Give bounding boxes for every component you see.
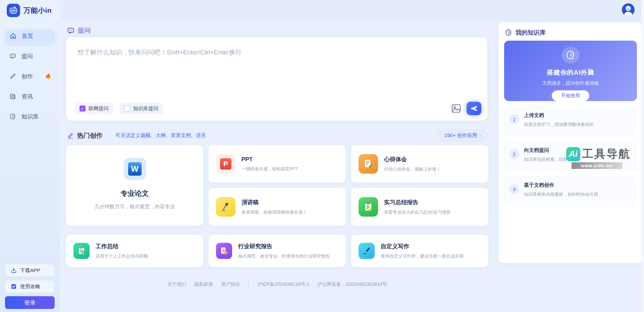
send-button[interactable] bbox=[467, 102, 481, 115]
hot-flame-icon bbox=[46, 73, 51, 79]
scrollbar-thumb[interactable] bbox=[642, 1, 644, 79]
home-icon bbox=[10, 33, 16, 39]
pen-icon bbox=[359, 243, 375, 259]
experience-doc-leaf-icon bbox=[359, 154, 378, 174]
more-apps-button[interactable]: 150+ 创作应用 › bbox=[438, 130, 488, 141]
clipboard-icon bbox=[359, 197, 378, 217]
step-upload-docs: 1 上传文档 深度文档学习，阅读整理翻译更轻松 bbox=[504, 106, 637, 136]
card-ppt[interactable]: P PPT 一键快速生成，轻松搞定PPT bbox=[208, 145, 346, 183]
card-title: 工作总结 bbox=[96, 242, 148, 250]
brain-head-icon bbox=[9, 113, 16, 120]
robot-logo-icon bbox=[7, 4, 20, 17]
card-internship-report[interactable]: 实习总结报告 全面专业深入的实习总结/实习报告 bbox=[351, 188, 489, 226]
step-desc: 深度文档学习，阅读整理翻译更轻松 bbox=[524, 122, 594, 128]
doc-coin-icon: ¥ bbox=[216, 243, 232, 259]
web-search-checkbox[interactable]: ✓ 联网提问 bbox=[75, 103, 113, 114]
hot-creation-subtitle: 可灵活定义篇幅、大纲、背景文档、语言 bbox=[111, 131, 210, 140]
step-number: 1 bbox=[509, 114, 519, 124]
card-desc: 适用于个人工作总结与回顾 bbox=[96, 253, 148, 259]
brain-circle-icon bbox=[561, 47, 580, 63]
step-desc: 知识库相关内容素材，创作时自动引用 bbox=[524, 191, 598, 197]
send-plane-icon bbox=[470, 105, 478, 112]
footer-link-privacy[interactable]: 隐私政策 bbox=[194, 281, 213, 287]
sidebar-item-create[interactable]: 创作 bbox=[5, 69, 55, 84]
sidebar-item-home[interactable]: 首页 bbox=[5, 29, 55, 43]
ask-chat-icon bbox=[67, 27, 74, 34]
kb-search-checkbox[interactable]: 知识库提问 bbox=[119, 103, 163, 114]
card-title: 行业研究报告 bbox=[238, 242, 330, 250]
card-title: 实习总结报告 bbox=[384, 198, 451, 206]
step-title: 上传文档 bbox=[524, 112, 594, 119]
sidebar-item-label: 首页 bbox=[22, 32, 33, 40]
sidebar-nav: 首页 提问 创作 bbox=[0, 29, 60, 124]
ppt-icon: P bbox=[216, 154, 235, 174]
more-apps-label: 150+ 创作应用 bbox=[444, 132, 477, 139]
sidebar-item-label: 知识库 bbox=[21, 113, 39, 121]
card-work-summary[interactable]: 工作总结 适用于个人工作总结与回顾 bbox=[66, 234, 204, 267]
checkbox-unchecked-icon bbox=[124, 105, 130, 112]
card-desc: 一键快速生成，轻松搞定PPT bbox=[241, 166, 298, 172]
sidebar-item-label: 提问 bbox=[21, 52, 33, 60]
download-icon bbox=[11, 267, 17, 273]
card-desc: 任何心得体会，都能上价值！ bbox=[384, 166, 441, 172]
guide-button[interactable]: 使用攻略 bbox=[5, 280, 55, 293]
sidebar-item-label: 资讯 bbox=[21, 93, 33, 100]
upload-image-button[interactable] bbox=[451, 103, 461, 114]
chat-bubble-icon bbox=[9, 53, 16, 59]
login-button[interactable]: 登录 bbox=[5, 296, 55, 309]
step-title: 基于文档创作 bbox=[524, 182, 598, 188]
ai-brain-banner: 搭建你的AI外脑 文档越多，提问创作越准确 开始使用 bbox=[504, 41, 637, 101]
ask-section-header: 提问 bbox=[67, 26, 91, 35]
footer-police: 沪公网安备：31010402333814号 bbox=[318, 281, 387, 287]
watermark-url: www.aidh.net bbox=[572, 162, 623, 169]
card-desc: 使用自定义写作前，建议先搜一搜合适应用 bbox=[381, 253, 464, 259]
download-app-label: 下载APP bbox=[20, 267, 40, 274]
question-input[interactable] bbox=[66, 37, 487, 91]
card-speech[interactable]: 演讲稿 各类用途、风格演讲稿快速生成！ bbox=[208, 188, 346, 226]
watermark-ai-logo-icon: Ai bbox=[566, 147, 580, 161]
pencil-icon bbox=[9, 73, 16, 80]
word-doc-icon: W bbox=[124, 158, 146, 180]
start-using-button[interactable]: 开始使用 bbox=[552, 90, 589, 101]
card-custom-writing[interactable]: 自定义写作 使用自定义写作前，建议先搜一搜合适应用 bbox=[351, 234, 489, 267]
scrollbar-track[interactable] bbox=[641, 0, 644, 312]
app-logo[interactable]: 万能小in bbox=[0, 0, 60, 17]
sidebar-item-knowledge[interactable]: 知识库 bbox=[5, 109, 55, 124]
banner-subtitle: 文档越多，提问创作越准确 bbox=[542, 80, 599, 86]
card-desc: 全面专业深入的实习总结/实习报告 bbox=[384, 209, 451, 215]
sidebar-item-ask[interactable]: 提问 bbox=[5, 49, 55, 63]
card-desc: 几分钟数万字，格式规范，内容专业 bbox=[95, 204, 175, 210]
card-experience[interactable]: 心得体会 任何心得体会，都能上价值！ bbox=[351, 145, 489, 183]
card-professional-paper[interactable]: W 专业论文 几分钟数万字，格式规范，内容专业 bbox=[66, 145, 204, 226]
step-create-from-docs: 3 基于文档创作 知识库相关内容素材，创作时自动引用 bbox=[504, 176, 637, 206]
download-app-button[interactable]: 下载APP bbox=[5, 264, 55, 277]
knowledge-panel-title: 我的知识库 bbox=[516, 29, 546, 37]
kb-search-label: 知识库提问 bbox=[133, 105, 158, 112]
guide-check-icon bbox=[11, 283, 17, 289]
footer-link-terms[interactable]: 用户协议 bbox=[221, 281, 240, 287]
sidebar-item-news[interactable]: 资讯 bbox=[5, 89, 55, 104]
question-input-card: ✓ 联网提问 知识库提问 bbox=[66, 37, 488, 121]
watermark: Ai 工具导航 www.aidh.net bbox=[566, 146, 631, 169]
image-icon bbox=[451, 104, 461, 113]
sidebar: 万能小in 首页 提问 创作 bbox=[0, 0, 60, 312]
card-title: PPT bbox=[241, 156, 298, 163]
checkbox-checked-icon: ✓ bbox=[79, 105, 86, 112]
user-avatar[interactable] bbox=[622, 3, 635, 16]
clipboard-pencil-icon bbox=[73, 243, 90, 259]
svg-text:¥: ¥ bbox=[225, 252, 227, 254]
microphone-icon bbox=[216, 197, 235, 217]
card-title: 专业论文 bbox=[121, 189, 149, 198]
footer-divider: | bbox=[248, 282, 249, 287]
footer: 关于我们 隐私政策 用户协议 | 沪ICP备2024049133号-1 沪公网安… bbox=[66, 281, 489, 287]
app-name: 万能小in bbox=[23, 6, 52, 15]
card-industry-report[interactable]: ¥ 行业研究报告 格式规范、表达专业、价值突出的行业研究报告 bbox=[208, 234, 346, 267]
footer-icp: 沪ICP备2024049133号-1 bbox=[257, 281, 310, 287]
footer-link-about[interactable]: 关于我们 bbox=[167, 281, 186, 287]
step-number: 3 bbox=[509, 184, 519, 194]
chevron-right-icon: › bbox=[480, 133, 481, 138]
sidebar-item-label: 创作 bbox=[21, 73, 33, 80]
step-number: 2 bbox=[509, 149, 519, 159]
hot-creation-title: 热门创作 bbox=[77, 131, 103, 140]
brain-head-icon bbox=[505, 29, 512, 36]
